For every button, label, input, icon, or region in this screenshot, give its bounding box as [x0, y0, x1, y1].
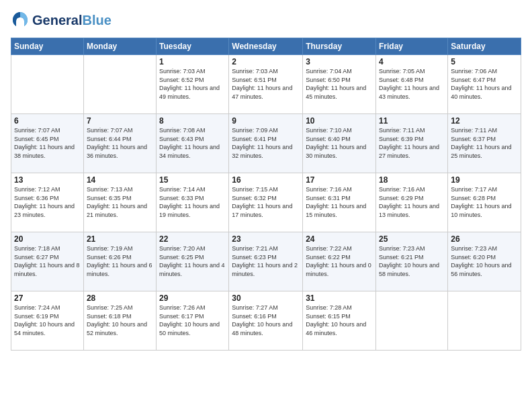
weekday-header-friday: Friday	[376, 38, 448, 55]
day-info: Sunrise: 7:11 AM Sunset: 6:37 PM Dayligh…	[451, 126, 518, 160]
day-number: 4	[379, 57, 445, 66]
calendar-cell: 30 Sunrise: 7:27 AM Sunset: 6:16 PM Dayl…	[229, 291, 303, 351]
page-container: GeneralBlue SundayMondayTuesdayWednesday…	[0, 0, 532, 356]
day-info: Sunrise: 7:12 AM Sunset: 6:36 PM Dayligh…	[14, 185, 81, 219]
day-number: 2	[232, 57, 300, 66]
day-info: Sunrise: 7:07 AM Sunset: 6:44 PM Dayligh…	[87, 126, 153, 160]
weekday-header-monday: Monday	[83, 38, 156, 55]
logo: GeneralBlue	[11, 11, 112, 30]
weekday-header-sunday: Sunday	[11, 38, 84, 55]
day-info: Sunrise: 7:15 AM Sunset: 6:32 PM Dayligh…	[232, 185, 300, 219]
day-number: 31	[306, 293, 373, 303]
day-info: Sunrise: 7:09 AM Sunset: 6:41 PM Dayligh…	[232, 126, 300, 160]
day-number: 23	[232, 234, 300, 244]
day-info: Sunrise: 7:20 AM Sunset: 6:25 PM Dayligh…	[159, 244, 226, 278]
day-number: 17	[306, 175, 373, 185]
calendar-cell: 24 Sunrise: 7:22 AM Sunset: 6:22 PM Dayl…	[303, 232, 376, 291]
calendar-cell: 29 Sunrise: 7:26 AM Sunset: 6:17 PM Dayl…	[157, 291, 229, 351]
day-info: Sunrise: 7:17 AM Sunset: 6:28 PM Dayligh…	[451, 185, 518, 219]
calendar-week-1: 1 Sunrise: 7:03 AM Sunset: 6:52 PM Dayli…	[11, 55, 521, 114]
calendar-cell: 1 Sunrise: 7:03 AM Sunset: 6:52 PM Dayli…	[157, 55, 229, 114]
day-number: 3	[306, 57, 373, 66]
calendar-cell: 17 Sunrise: 7:16 AM Sunset: 6:31 PM Dayl…	[303, 173, 376, 232]
weekday-header-tuesday: Tuesday	[157, 38, 229, 55]
day-number: 11	[379, 116, 445, 126]
calendar-cell	[376, 291, 448, 351]
calendar-cell: 23 Sunrise: 7:21 AM Sunset: 6:23 PM Dayl…	[229, 232, 303, 291]
calendar-cell: 4 Sunrise: 7:05 AM Sunset: 6:48 PM Dayli…	[376, 55, 448, 114]
day-number: 15	[159, 175, 226, 185]
weekday-header-wednesday: Wednesday	[229, 38, 303, 55]
day-number: 6	[14, 116, 81, 126]
calendar-cell: 16 Sunrise: 7:15 AM Sunset: 6:32 PM Dayl…	[229, 173, 303, 232]
calendar-table: SundayMondayTuesdayWednesdayThursdayFrid…	[11, 38, 521, 351]
day-info: Sunrise: 7:18 AM Sunset: 6:27 PM Dayligh…	[14, 244, 81, 278]
day-info: Sunrise: 7:22 AM Sunset: 6:22 PM Dayligh…	[306, 244, 373, 278]
calendar-cell: 26 Sunrise: 7:23 AM Sunset: 6:20 PM Dayl…	[448, 232, 521, 291]
day-number: 10	[306, 116, 373, 126]
day-info: Sunrise: 7:08 AM Sunset: 6:43 PM Dayligh…	[159, 126, 226, 160]
calendar-cell: 31 Sunrise: 7:28 AM Sunset: 6:15 PM Dayl…	[303, 291, 376, 351]
day-number: 20	[14, 234, 81, 244]
day-info: Sunrise: 7:24 AM Sunset: 6:19 PM Dayligh…	[14, 304, 81, 337]
day-number: 24	[306, 234, 373, 244]
day-info: Sunrise: 7:16 AM Sunset: 6:29 PM Dayligh…	[379, 185, 445, 219]
weekday-header-thursday: Thursday	[303, 38, 376, 55]
day-info: Sunrise: 7:10 AM Sunset: 6:40 PM Dayligh…	[306, 126, 373, 160]
calendar-cell: 9 Sunrise: 7:09 AM Sunset: 6:41 PM Dayli…	[229, 114, 303, 173]
day-number: 27	[14, 293, 81, 303]
calendar-week-3: 13 Sunrise: 7:12 AM Sunset: 6:36 PM Dayl…	[11, 173, 521, 232]
calendar-cell: 13 Sunrise: 7:12 AM Sunset: 6:36 PM Dayl…	[11, 173, 84, 232]
day-info: Sunrise: 7:13 AM Sunset: 6:35 PM Dayligh…	[87, 185, 153, 219]
day-number: 7	[87, 116, 153, 126]
day-number: 29	[159, 293, 226, 303]
day-info: Sunrise: 7:07 AM Sunset: 6:45 PM Dayligh…	[14, 126, 81, 160]
day-number: 9	[232, 116, 300, 126]
day-info: Sunrise: 7:21 AM Sunset: 6:23 PM Dayligh…	[232, 244, 300, 278]
calendar-cell: 7 Sunrise: 7:07 AM Sunset: 6:44 PM Dayli…	[83, 114, 156, 173]
day-number: 28	[87, 293, 153, 303]
logo-icon	[11, 11, 30, 30]
day-number: 12	[451, 116, 518, 126]
day-info: Sunrise: 7:23 AM Sunset: 6:20 PM Dayligh…	[451, 244, 518, 278]
day-number: 14	[87, 175, 153, 185]
calendar-cell: 5 Sunrise: 7:06 AM Sunset: 6:47 PM Dayli…	[448, 55, 521, 114]
day-info: Sunrise: 7:03 AM Sunset: 6:51 PM Dayligh…	[232, 67, 300, 101]
calendar-cell: 11 Sunrise: 7:11 AM Sunset: 6:39 PM Dayl…	[376, 114, 448, 173]
day-number: 26	[451, 234, 518, 244]
day-info: Sunrise: 7:26 AM Sunset: 6:17 PM Dayligh…	[159, 304, 226, 337]
calendar-cell: 20 Sunrise: 7:18 AM Sunset: 6:27 PM Dayl…	[11, 232, 84, 291]
logo-text: GeneralBlue	[32, 13, 112, 28]
weekday-header-saturday: Saturday	[448, 38, 521, 55]
day-number: 5	[451, 57, 518, 66]
day-number: 8	[159, 116, 226, 126]
calendar-week-2: 6 Sunrise: 7:07 AM Sunset: 6:45 PM Dayli…	[11, 114, 521, 173]
day-number: 22	[159, 234, 226, 244]
calendar-cell: 2 Sunrise: 7:03 AM Sunset: 6:51 PM Dayli…	[229, 55, 303, 114]
calendar-cell	[11, 55, 84, 114]
day-number: 25	[379, 234, 445, 244]
calendar-cell: 12 Sunrise: 7:11 AM Sunset: 6:37 PM Dayl…	[448, 114, 521, 173]
day-info: Sunrise: 7:25 AM Sunset: 6:18 PM Dayligh…	[87, 304, 153, 337]
day-number: 21	[87, 234, 153, 244]
calendar-week-5: 27 Sunrise: 7:24 AM Sunset: 6:19 PM Dayl…	[11, 291, 521, 351]
day-info: Sunrise: 7:27 AM Sunset: 6:16 PM Dayligh…	[232, 304, 300, 337]
calendar-cell: 10 Sunrise: 7:10 AM Sunset: 6:40 PM Dayl…	[303, 114, 376, 173]
day-number: 19	[451, 175, 518, 185]
calendar-cell	[83, 55, 156, 114]
day-info: Sunrise: 7:14 AM Sunset: 6:33 PM Dayligh…	[159, 185, 226, 219]
day-number: 1	[159, 57, 226, 66]
day-number: 16	[232, 175, 300, 185]
day-info: Sunrise: 7:19 AM Sunset: 6:26 PM Dayligh…	[87, 244, 153, 278]
calendar-week-4: 20 Sunrise: 7:18 AM Sunset: 6:27 PM Dayl…	[11, 232, 521, 291]
day-info: Sunrise: 7:11 AM Sunset: 6:39 PM Dayligh…	[379, 126, 445, 160]
calendar-cell: 19 Sunrise: 7:17 AM Sunset: 6:28 PM Dayl…	[448, 173, 521, 232]
calendar-cell	[448, 291, 521, 351]
calendar-cell: 28 Sunrise: 7:25 AM Sunset: 6:18 PM Dayl…	[83, 291, 156, 351]
calendar-cell: 18 Sunrise: 7:16 AM Sunset: 6:29 PM Dayl…	[376, 173, 448, 232]
day-info: Sunrise: 7:05 AM Sunset: 6:48 PM Dayligh…	[379, 67, 445, 101]
calendar-cell: 6 Sunrise: 7:07 AM Sunset: 6:45 PM Dayli…	[11, 114, 84, 173]
calendar-cell: 22 Sunrise: 7:20 AM Sunset: 6:25 PM Dayl…	[157, 232, 229, 291]
day-number: 30	[232, 293, 300, 303]
day-number: 18	[379, 175, 445, 185]
